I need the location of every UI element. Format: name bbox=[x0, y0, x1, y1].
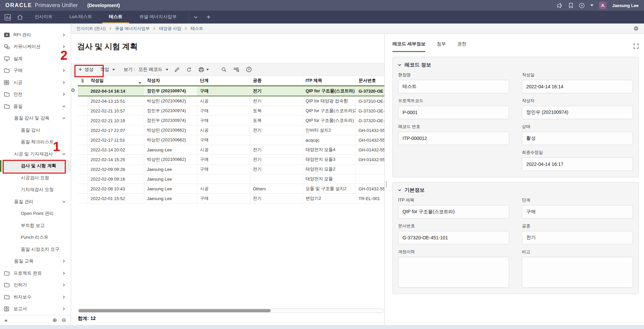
table-row[interactable]: 2022-02-09 09:16Jaesung Lee태양전지 모듈 bbox=[78, 174, 384, 184]
sidebar-item-16[interactable]: 부적합 보고 bbox=[0, 220, 71, 232]
column-header-4[interactable]: ITP 제목 bbox=[303, 76, 356, 85]
sidebar-item-19[interactable]: 품질 교육 bbox=[0, 255, 71, 268]
announcements-icon[interactable] bbox=[556, 3, 563, 8]
field-value[interactable]: P-0001 bbox=[398, 106, 509, 119]
sidebar-item-2[interactable]: 설계 bbox=[0, 53, 71, 65]
table-row[interactable]: 2022-04-14 16:14정민우 (202100974)구매전기QIP f… bbox=[78, 86, 384, 96]
field-value[interactable]: 활성 bbox=[522, 132, 633, 145]
section-header-record-info[interactable]: 레코드 정보 bbox=[398, 62, 633, 68]
user-name[interactable]: Jaesung Lee bbox=[612, 3, 639, 8]
sidebar-item-15[interactable]: Open Point 관리 bbox=[0, 208, 71, 220]
scrollbar-thumb[interactable] bbox=[78, 309, 271, 312]
home-icon[interactable] bbox=[14, 11, 26, 23]
field-value[interactable]: 구매 bbox=[522, 205, 633, 219]
avatar[interactable]: JL bbox=[599, 2, 606, 9]
view-selector[interactable]: 모든 레코드 bbox=[139, 66, 168, 73]
sidebar-item-9[interactable]: 품질 체크리스트 bbox=[0, 136, 71, 148]
row-gear-icon[interactable]: ⚙ bbox=[71, 88, 75, 93]
search-icon[interactable] bbox=[221, 67, 226, 72]
breadcrumb-item-0[interactable]: 인사이트 (전사) bbox=[76, 26, 106, 32]
tab-overflow-chevron-icon[interactable] bbox=[189, 11, 203, 23]
folder-icon bbox=[4, 295, 10, 299]
sidebar-item-14[interactable]: 품질 관리 bbox=[0, 196, 71, 208]
refresh-icon[interactable] bbox=[186, 67, 192, 72]
bookmarks-icon[interactable] bbox=[569, 3, 573, 8]
sidebar-item-1[interactable]: 커뮤니케이션 bbox=[0, 41, 71, 53]
table-row[interactable]: 2022-02-09 09:26Jaesung Lee구매전기태양전지 모듈2 bbox=[78, 164, 384, 174]
details-tab-0[interactable]: 레코드 세부정보 bbox=[392, 41, 425, 52]
sidebar-item-17[interactable]: Punch 리스트 bbox=[0, 232, 71, 244]
field-value[interactable]: 테스트 bbox=[398, 80, 509, 93]
column-header-2[interactable]: 단계 bbox=[197, 76, 250, 85]
field-value[interactable]: 2022-04-14 16:14 bbox=[522, 80, 633, 93]
sidebar-item-6[interactable]: 품질 bbox=[0, 100, 71, 112]
add-tab-button[interactable]: + bbox=[203, 11, 215, 23]
sidebar-item-20[interactable]: 프로젝트 완료 bbox=[0, 267, 71, 279]
tab-0[interactable]: 인사이트 bbox=[28, 11, 59, 23]
table-cell: 태양전지 모듈2 bbox=[303, 164, 356, 174]
sidebar-item-7[interactable]: 품질 감사 및 감독 bbox=[0, 112, 71, 125]
sidebar-item-22[interactable]: 하자보수 bbox=[0, 291, 71, 303]
sidebar-item-10[interactable]: 시공 및 기자재검사 bbox=[0, 148, 71, 160]
pane-splitter[interactable] bbox=[384, 34, 388, 325]
zoom-in-icon[interactable]: ⊕ bbox=[52, 317, 57, 323]
sidebar-item-23[interactable]: 보고서 bbox=[0, 303, 71, 315]
actions-menu-button[interactable]: 작업 bbox=[97, 63, 118, 76]
sidebar-item-5[interactable]: 안전 bbox=[0, 89, 71, 101]
zoom-out-icon[interactable]: ⊖ bbox=[62, 317, 66, 323]
field-value[interactable]: ITP-000012 bbox=[398, 132, 509, 145]
print-menu-button[interactable] bbox=[199, 67, 209, 72]
details-tab-1[interactable]: 첨부 bbox=[437, 41, 446, 52]
column-header-5[interactable]: 문서번호 bbox=[356, 76, 384, 85]
breadcrumb-item-1[interactable]: 큐셀 에너지사업부 bbox=[115, 26, 150, 32]
field-value[interactable]: 전기 bbox=[522, 231, 633, 244]
table-row[interactable]: 2022-02-17 11:53박상민 (202100662)구매acqcqcG… bbox=[78, 135, 384, 145]
tab-3[interactable]: 큐셀 에너지사업부 bbox=[132, 11, 183, 23]
table-row[interactable]: 2022-02-21 10:19정민우 (202100974)구매토목QIP f… bbox=[78, 116, 384, 126]
expand-icon[interactable] bbox=[634, 44, 639, 52]
field-value[interactable]: G-37320-OE-451-101 bbox=[398, 231, 509, 244]
horizontal-scrollbar[interactable] bbox=[78, 309, 384, 313]
sidebar-item-11[interactable]: 검사 및 시험 계획 bbox=[0, 160, 71, 172]
help-icon[interactable]: ? bbox=[246, 67, 252, 72]
sidebar-item-13[interactable]: 기자재검사 요청 bbox=[0, 184, 71, 196]
attachment-cell bbox=[78, 145, 88, 154]
splitter-handle-icon[interactable] bbox=[386, 182, 387, 187]
help-icon[interactable]: ? bbox=[579, 3, 585, 8]
field-value[interactable]: QIP for 구조물(스코트라) bbox=[398, 205, 509, 219]
create-button[interactable]: + 생성 bbox=[75, 63, 97, 76]
table-row[interactable]: 2022-04-13 15:51박상민 (202100662)시공전기QIP f… bbox=[78, 96, 384, 106]
tab-1[interactable]: LoA 테스트 bbox=[63, 11, 99, 23]
breadcrumb-item-2[interactable]: 태양광 사업 bbox=[159, 26, 181, 32]
tab-2[interactable]: 테스트 bbox=[102, 11, 129, 23]
sidebar-item-3[interactable]: 구매 bbox=[0, 65, 71, 77]
sidebar-item-21[interactable]: 인허가 bbox=[0, 279, 71, 291]
field-value[interactable]: 정민우 (202100974) bbox=[522, 106, 633, 119]
sidebar-item-8[interactable]: 품질 감사 bbox=[0, 124, 71, 136]
sidebar-item-4[interactable]: 시공 bbox=[0, 77, 71, 89]
section-header-basic-info[interactable]: 기본정보 bbox=[398, 187, 633, 193]
sidebar-item-12[interactable]: 시공검사 요청 bbox=[0, 172, 71, 184]
caret-down-icon[interactable] bbox=[590, 4, 593, 6]
analytics-icon[interactable] bbox=[1, 11, 14, 23]
table-row[interactable]: 2022-02-21 10:57정민우 (202100974)구매토목QIP f… bbox=[78, 106, 384, 116]
breadcrumb-item-3[interactable]: 테스트 bbox=[191, 26, 203, 32]
table-row[interactable]: 2022-02-01 15:52Jaesung Lee구매전기변압기2TR-EL… bbox=[78, 194, 384, 203]
find-on-page-icon[interactable]: a bbox=[233, 67, 239, 72]
collapse-sidebar-icon[interactable]: « bbox=[5, 317, 7, 323]
field-value[interactable] bbox=[398, 257, 509, 288]
table-row[interactable]: 2022-02-08 10:43Jaesung Lee시공Others모듈 및 … bbox=[78, 184, 384, 194]
table-row[interactable]: 2022-02-14 15:25박상민 (202100662)구매전기태양전지 … bbox=[78, 155, 384, 164]
table-row[interactable]: 2022-02-14 20:02Jaesung Lee시공전기태양전지 모듈4G… bbox=[78, 145, 384, 155]
table-row[interactable]: 2022-02-17 22:07박상민 (202100662)시공전기인버터 설… bbox=[78, 126, 384, 135]
column-header-0[interactable]: 작성일 bbox=[88, 76, 144, 85]
field-value[interactable]: 2022-04-14 16:17 bbox=[522, 157, 633, 171]
details-tab-2[interactable]: 권한 bbox=[457, 41, 466, 52]
column-header-3[interactable]: 공종 bbox=[250, 76, 303, 85]
sidebar-item-18[interactable]: 품질 시정조치 요구 bbox=[0, 243, 71, 255]
edit-icon[interactable] bbox=[174, 67, 179, 72]
field-value[interactable] bbox=[522, 257, 633, 288]
sidebar-item-0[interactable]: RFI 관리 bbox=[0, 29, 71, 41]
column-header-1[interactable]: 작성자 bbox=[144, 76, 197, 85]
gear-icon[interactable]: ⚙ bbox=[634, 26, 639, 32]
